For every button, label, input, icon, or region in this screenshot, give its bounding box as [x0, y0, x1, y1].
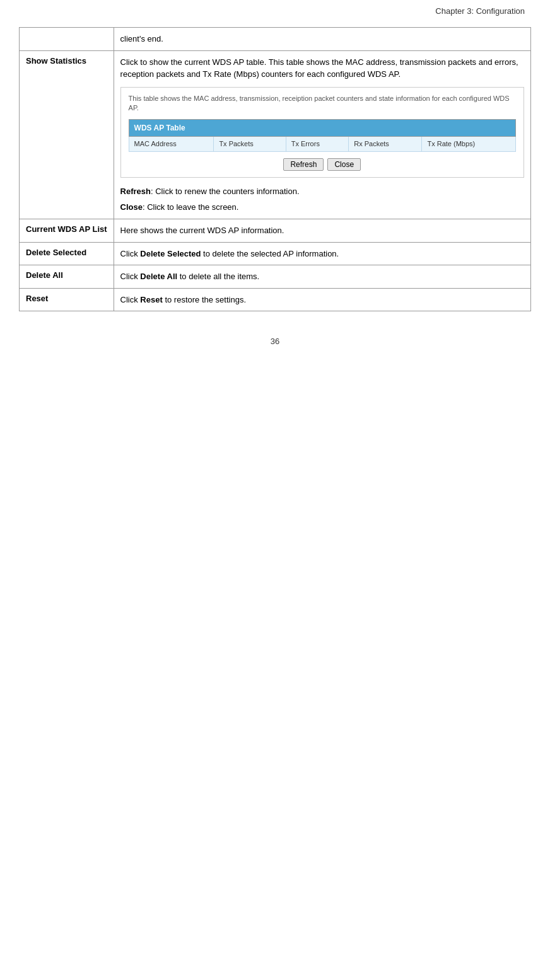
wds-table-title: WDS AP Table — [129, 120, 515, 137]
current-wds-content: Here shows the current WDS AP informatio… — [114, 219, 530, 243]
show-statistics-content: Click to show the current WDS AP table. … — [114, 50, 530, 219]
wds-table-header-row: WDS AP Table — [129, 120, 515, 137]
wds-buttons-container: Refresh Close — [129, 158, 516, 171]
wds-info-text: This table shows the MAC address, transm… — [129, 94, 516, 113]
clients-end-text: client's end. — [120, 34, 163, 43]
table-row: client's end. — [20, 28, 531, 51]
wds-col-tx-errors: Tx Errors — [286, 137, 349, 152]
refresh-bold: Refresh — [120, 187, 151, 196]
delete-selected-bold: Delete Selected — [140, 249, 201, 258]
wds-table-column-row: MAC Address Tx Packets Tx Errors Rx Pack… — [129, 137, 515, 152]
reset-label: Reset — [20, 288, 114, 311]
table-row-reset: Reset Click Reset to restore the setting… — [20, 288, 531, 311]
close-desc: Close: Click to leave the screen. — [120, 201, 524, 214]
wds-ap-table: WDS AP Table MAC Address Tx Packets Tx E… — [129, 119, 516, 152]
wds-col-tx-packets: Tx Packets — [214, 137, 286, 152]
reset-content: Click Reset to restore the settings. — [114, 288, 530, 311]
wds-screenshot: This table shows the MAC address, transm… — [120, 87, 524, 178]
show-statistics-intro: Click to show the current WDS AP table. … — [120, 56, 524, 81]
reset-bold: Reset — [140, 295, 162, 304]
refresh-button[interactable]: Refresh — [283, 158, 324, 171]
wds-col-tx-rate: Tx Rate (Mbps) — [422, 137, 516, 152]
delete-selected-label: Delete Selected — [20, 242, 114, 265]
show-statistics-label: Show Statistics — [20, 50, 114, 219]
delete-all-content: Click Delete All to delete all the items… — [114, 265, 530, 289]
delete-selected-content: Click Delete Selected to delete the sele… — [114, 242, 530, 265]
current-wds-label: Current WDS AP List — [20, 219, 114, 243]
delete-all-bold: Delete All — [140, 272, 177, 281]
close-bold: Close — [120, 202, 143, 212]
row-content-0: client's end. — [114, 28, 530, 51]
refresh-desc: Refresh: Click to renew the counters inf… — [120, 185, 524, 199]
page-number: 36 — [19, 337, 531, 346]
delete-all-label: Delete All — [20, 265, 114, 289]
wds-col-rx-packets: Rx Packets — [349, 137, 422, 152]
row-label-0 — [20, 28, 114, 51]
table-row-delete-all: Delete All Click Delete All to delete al… — [20, 265, 531, 289]
table-row-delete-selected: Delete Selected Click Delete Selected to… — [20, 242, 531, 265]
table-row-current-wds: Current WDS AP List Here shows the curre… — [20, 219, 531, 243]
table-row-show-statistics: Show Statistics Click to show the curren… — [20, 50, 531, 219]
wds-col-mac: MAC Address — [129, 137, 214, 152]
main-content-table: client's end. Show Statistics Click to s… — [19, 27, 531, 311]
chapter-header: Chapter 3: Configuration — [19, 6, 531, 16]
close-button[interactable]: Close — [327, 158, 361, 171]
